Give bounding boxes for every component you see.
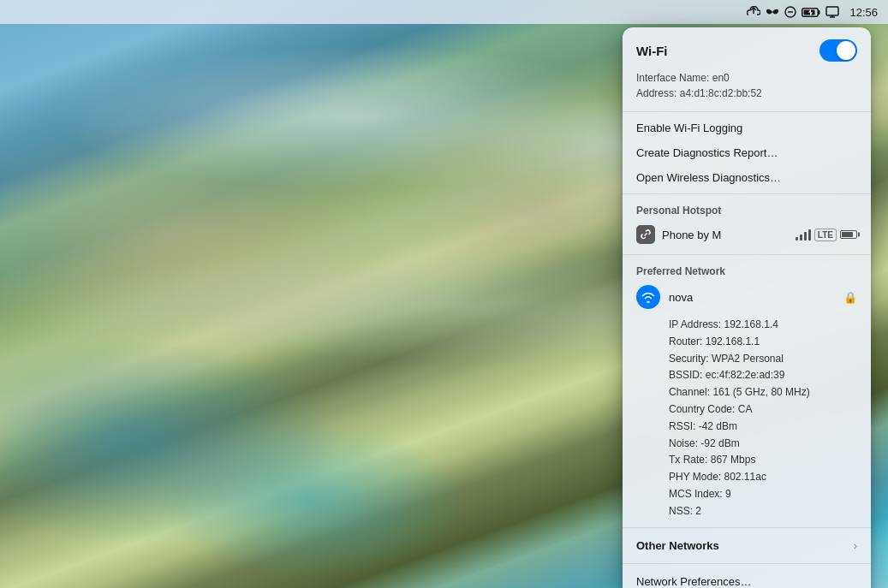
menubar-status-icons [747,6,839,18]
address-line: Address: a4:d1:8c:d2:bb:52 [636,86,857,101]
channel-value: 161 (5 GHz, 80 MHz) [712,386,809,398]
ip-address-line: IP Address: 192.168.1.4 [669,317,857,334]
txrate-line: Tx Rate: 867 Mbps [669,452,857,469]
bssid-label: BSSID: [669,369,702,381]
ip-value: 192.168.1.4 [724,318,778,330]
open-wireless-diagnostics-item[interactable]: Open Wireless Diagnostics… [623,165,871,190]
personal-hotspot-row[interactable]: Phone by M LTE [623,220,871,251]
network-details: IP Address: 192.168.1.4 Router: 192.168.… [623,313,871,524]
nss-label: NSS: [669,505,693,517]
butterfly-icon[interactable] [766,6,779,18]
create-diagnostics-item[interactable]: Create Diagnostics Report… [623,140,871,165]
display-mirror-icon[interactable] [825,6,839,18]
preferred-network-row[interactable]: nova 🔒 [623,281,871,313]
bssid-value: ec:4f:82:2e:ad:39 [706,369,785,381]
channel-line: Channel: 161 (5 GHz, 80 MHz) [669,384,857,401]
network-name: nova [669,291,693,304]
battery-fill [842,232,853,237]
other-networks-row[interactable]: Other Networks › [623,532,871,560]
battery-body [840,230,857,239]
noise-line: Noise: -92 dBm [669,436,857,453]
rssi-line: RSSI: -42 dBm [669,419,857,436]
connected-wifi-icon [636,285,660,309]
lock-icon: 🔒 [843,291,857,304]
battery-icon [840,230,857,239]
phymode-label: PHY Mode: [669,471,721,483]
country-label: Country Code: [669,403,735,415]
divider-4 [623,527,871,528]
phymode-line: PHY Mode: 802.11ac [669,469,857,486]
divider-2 [623,193,871,194]
bar-4 [808,229,811,241]
divider-3 [623,254,871,255]
network-left: nova [636,285,693,309]
wifi-title: Wi-Fi [636,44,668,58]
router-value: 192.168.1.1 [706,336,760,347]
phymode-value: 802.11ac [724,471,766,483]
svg-rect-3 [819,10,820,15]
country-value: CA [738,403,753,415]
mcs-value: 9 [725,488,731,500]
divider-5 [623,563,871,564]
bar-1 [796,237,798,241]
wifi-header: Wi-Fi [623,27,871,70]
bssid-line: BSSID: ec:4f:82:2e:ad:39 [669,367,857,384]
security-line: Security: WPA2 Personal [669,351,857,368]
wifi-info: Interface Name: en0 Address: a4:d1:8c:d2… [623,70,871,108]
hotspot-right: LTE [796,229,857,241]
rssi-label: RSSI: [669,420,695,432]
wifi-panel: Wi-Fi Interface Name: en0 Address: a4:d1… [623,27,871,588]
menubar: 12:56 [0,0,888,24]
noise-label: Noise: [669,437,698,449]
wifi-toggle[interactable] [819,39,857,62]
mcs-label: MCS Index: [669,488,723,500]
svg-rect-5 [826,7,838,15]
channel-label: Channel: [669,386,710,398]
interface-name-label: Interface Name: [636,72,709,84]
country-line: Country Code: CA [669,401,857,419]
txrate-label: Tx Rate: [669,454,707,466]
security-label: Security: [669,353,709,365]
bar-3 [804,232,807,241]
address-label: Address: [636,87,676,99]
network-preferences-label: Network Preferences… [636,575,751,588]
address-value: a4:d1:8c:d2:bb:52 [680,87,762,99]
other-networks-label: Other Networks [636,539,719,552]
noise-value: -92 dBm [700,437,739,449]
txrate-value: 867 Mbps [711,454,756,466]
hotspot-name: Phone by M [662,229,721,241]
signal-bars [796,229,811,241]
personal-hotspot-header: Personal Hotspot [623,198,871,220]
router-line: Router: 192.168.1.1 [669,334,857,351]
preferred-network-header: Preferred Network [623,258,871,281]
lte-badge: LTE [814,229,837,241]
ip-label: IP Address: [669,318,721,330]
nss-value: 2 [695,505,701,517]
interface-name-value: en0 [712,72,730,84]
upload-cloud-icon[interactable] [747,6,760,18]
menubar-time: 12:56 [849,6,878,19]
hotspot-device-icon [636,225,655,244]
hotspot-left: Phone by M [636,225,721,244]
security-value: WPA2 Personal [712,353,784,365]
router-label: Router: [669,336,702,347]
enable-wifi-logging-item[interactable]: Enable Wi-Fi Logging [623,116,871,140]
do-not-disturb-icon[interactable] [784,6,796,18]
interface-name-line: Interface Name: en0 [636,70,857,86]
mcs-line: MCS Index: 9 [669,486,857,503]
bar-2 [800,235,802,241]
divider-1 [623,111,871,112]
network-preferences-row[interactable]: Network Preferences… [623,567,871,588]
battery-charging-icon[interactable] [802,7,820,18]
chevron-right-icon: › [854,539,857,552]
nss-line: NSS: 2 [669,503,857,520]
rssi-value: -42 dBm [699,420,737,432]
